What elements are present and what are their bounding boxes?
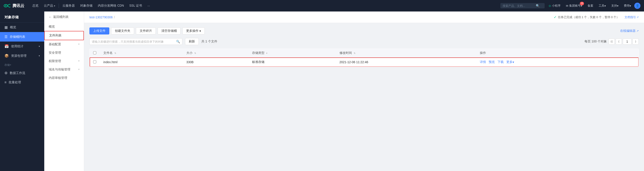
back-to-bucket-list-btn[interactable]: ← 返回桶列表 bbox=[44, 15, 78, 22]
next-page-button[interactable]: ⟩ bbox=[632, 38, 639, 45]
sidebar-item-batch-process[interactable]: ≡ 批量处理 bbox=[0, 78, 44, 87]
nav-miniapp[interactable]: ⊙ 小程序 bbox=[546, 0, 563, 11]
sub-nav-file-list[interactable]: 文件列表 bbox=[44, 31, 84, 40]
tencent-cloud-logo-icon bbox=[4, 2, 10, 9]
sidebar-item-data-workflow[interactable]: ⚙ 数据工作流 bbox=[0, 68, 44, 78]
table-row: index.html 330B 标准存储 2021-12-06 11:22:46… bbox=[90, 57, 639, 67]
select-all-checkbox[interactable] bbox=[93, 51, 96, 54]
file-search-box[interactable]: 🔍 bbox=[90, 38, 182, 45]
nav-right-items: ⊙ 小程序 ✉ 29 集团账号▾ 备案 工具▾ 支持▾ 费用▾ 👤 bbox=[546, 0, 640, 11]
nav-tools[interactable]: 工具▾ bbox=[596, 0, 608, 11]
usage-stats-icon: 📅 bbox=[4, 44, 9, 48]
logo[interactable]: 腾讯云 bbox=[4, 2, 24, 9]
row-more-dropdown[interactable]: 更多 ▾ bbox=[506, 60, 514, 64]
sidebar-section-storage-plus: 存储+ bbox=[0, 60, 44, 68]
sub-nav-domain-transfer[interactable]: 域名与传输管理▾ bbox=[44, 65, 84, 74]
sidebar-label-usage-stats: 使用统计 bbox=[11, 44, 24, 48]
notification-badge: 29 bbox=[580, 2, 584, 5]
nav-support[interactable]: 支持▾ bbox=[609, 0, 621, 11]
storage-type-filter-icon[interactable]: ▾ bbox=[266, 52, 267, 54]
sidebar-label-resource-mgmt: 资源包管理 bbox=[11, 54, 26, 58]
sub-nav-content-audit[interactable]: 内容审核管理 bbox=[44, 74, 84, 82]
sub-nav-overview[interactable]: 概览 bbox=[44, 22, 84, 31]
content-header: test-1302790306 / ✓ 任务已完成（成功 1 个，失败 0 个，… bbox=[84, 11, 644, 23]
modified-time-sort-icon[interactable]: ⇅ bbox=[354, 52, 356, 54]
create-folder-button[interactable]: 创建文件夹 bbox=[111, 27, 134, 34]
table-header-actions: 操作 bbox=[476, 49, 639, 57]
sidebar-item-resource-mgmt[interactable]: 📦 资源包管理 ▾ bbox=[0, 51, 44, 60]
size-sort-icon[interactable]: ⇅ bbox=[194, 52, 196, 54]
sidebar-item-overview[interactable]: ▦ 概览 bbox=[0, 22, 44, 32]
row-actions-cell: 详情 预览 下载 更多 ▾ bbox=[476, 57, 639, 67]
refresh-button[interactable]: 刷新 bbox=[185, 38, 199, 45]
doc-link-label: 文档指引 bbox=[624, 15, 636, 19]
sub-nav-permission-mgmt[interactable]: 权限管理▾ bbox=[44, 57, 84, 65]
task-status-text: 任务已完成（成功 1 个，失败 0 个，暂停 0 个） bbox=[558, 15, 619, 19]
file-search-input[interactable] bbox=[92, 40, 176, 43]
table-header-checkbox-cell bbox=[90, 49, 100, 57]
sidebar-item-usage-stats[interactable]: 📅 使用统计 ▾ bbox=[0, 41, 44, 51]
row-checkbox-cell bbox=[90, 57, 100, 67]
row-download-link[interactable]: 下载 bbox=[498, 60, 504, 64]
first-page-button[interactable]: ⟨⟨ bbox=[608, 38, 615, 45]
more-operations-button[interactable]: 更多操作 ▾ bbox=[182, 27, 205, 34]
prev-page-button[interactable]: ⟨ bbox=[616, 38, 622, 45]
table-body: index.html 330B 标准存储 2021-12-06 11:22:46… bbox=[90, 57, 639, 67]
nav-cloud-products[interactable]: 云产品▾ bbox=[41, 0, 58, 11]
nav-ssl[interactable]: SSL 证书 bbox=[126, 0, 145, 11]
usage-stats-arrow-icon: ▾ bbox=[39, 45, 40, 47]
global-search[interactable]: 🔍 bbox=[500, 3, 545, 8]
table-header-storage-type: 存储类型 ▾ bbox=[248, 49, 336, 57]
data-workflow-icon: ⚙ bbox=[4, 71, 8, 75]
nav-object-storage[interactable]: 对象存储 bbox=[78, 0, 95, 11]
global-search-input[interactable] bbox=[502, 4, 536, 7]
row-modified-time: 2021-12-06 11:22:46 bbox=[336, 57, 476, 67]
nav-overview[interactable]: 总览 bbox=[30, 0, 41, 11]
global-search-icon[interactable]: 🔍 bbox=[536, 4, 540, 7]
breadcrumb-bucket-name[interactable]: test-1302790306 bbox=[90, 15, 113, 19]
online-editor-link[interactable]: 在线编辑器 ↗ bbox=[620, 29, 639, 33]
main-layout: 对象存储 ▦ 概览 ☰ 存储桶列表 📅 使用统计 ▾ 📦 资源包管理 ▾ 存储+… bbox=[0, 11, 644, 171]
nav-cdn[interactable]: 内容分发网络 CDN bbox=[95, 0, 126, 11]
sidebar-item-bucket-list[interactable]: ☰ 存储桶列表 bbox=[0, 32, 44, 41]
nav-cost[interactable]: 费用▾ bbox=[622, 0, 634, 11]
doc-link[interactable]: 文档指引 ↗ bbox=[624, 15, 639, 19]
sub-nav-basic-config[interactable]: 基础配置▾ bbox=[44, 40, 84, 49]
sub-nav-security-mgmt[interactable]: 安全管理 bbox=[44, 49, 84, 57]
pagination-controls: 每页 100 个对象 ⟨⟨ ⟨ ⟩ bbox=[584, 38, 639, 45]
batch-process-icon: ≡ bbox=[4, 80, 6, 84]
more-ops-label: 更多操作 bbox=[186, 29, 198, 33]
page-number-input[interactable] bbox=[623, 38, 632, 45]
nav-group-account[interactable]: ✉ 29 集团账号▾ bbox=[564, 0, 584, 11]
mail-icon: ✉ bbox=[566, 4, 568, 7]
row-more-arrow-icon: ▾ bbox=[512, 60, 514, 64]
row-actions: 详情 预览 下载 更多 ▾ bbox=[480, 60, 635, 64]
content-body: 上传文件 创建文件夹 文件碎片 清空存储桶 更多操作 ▾ 在线编辑器 ↗ 🔍 bbox=[84, 23, 644, 171]
breadcrumb: test-1302790306 / bbox=[90, 15, 116, 19]
file-fragment-button[interactable]: 文件碎片 bbox=[136, 27, 156, 34]
nav-filing[interactable]: 备案 bbox=[585, 0, 596, 11]
search-bar: 🔍 刷新 共 1 个文件 每页 100 个对象 ⟨⟨ ⟨ ⟩ bbox=[90, 38, 639, 45]
external-link-icon: ↗ bbox=[636, 16, 639, 19]
miniapp-icon: ⊙ bbox=[548, 4, 551, 7]
clear-bucket-button[interactable]: 清空存储桶 bbox=[158, 27, 180, 34]
table-header: 文件名 ⇅ 大小 ⇅ 存储类型 ▾ 修改时间 ⇅ bbox=[90, 49, 639, 57]
sidebar-label-bucket-list: 存储桶列表 bbox=[10, 35, 25, 39]
overview-icon: ▦ bbox=[4, 25, 8, 29]
nav-cloud-server[interactable]: 云服务器 bbox=[60, 0, 78, 11]
row-checkbox[interactable] bbox=[93, 60, 96, 63]
resource-mgmt-arrow-icon: ▾ bbox=[39, 55, 40, 57]
upload-file-button[interactable]: 上传文件 bbox=[90, 27, 109, 34]
row-preview-link[interactable]: 预览 bbox=[489, 60, 495, 64]
task-status-icon: ✓ bbox=[554, 15, 556, 19]
more-ops-arrow-icon: ▾ bbox=[200, 29, 201, 33]
filename-sort-icon[interactable]: ⇅ bbox=[114, 52, 116, 54]
svg-point-1 bbox=[5, 5, 6, 6]
online-editor-label: 在线编辑器 bbox=[620, 29, 636, 33]
user-avatar[interactable]: 👤 bbox=[634, 3, 640, 9]
table-header-filename: 文件名 ⇅ bbox=[100, 49, 183, 57]
sidebar-label-data-workflow: 数据工作流 bbox=[10, 71, 25, 75]
row-detail-link[interactable]: 详情 bbox=[480, 60, 486, 64]
file-search-icon[interactable]: 🔍 bbox=[176, 40, 180, 43]
nav-more[interactable]: ··· bbox=[145, 0, 153, 11]
